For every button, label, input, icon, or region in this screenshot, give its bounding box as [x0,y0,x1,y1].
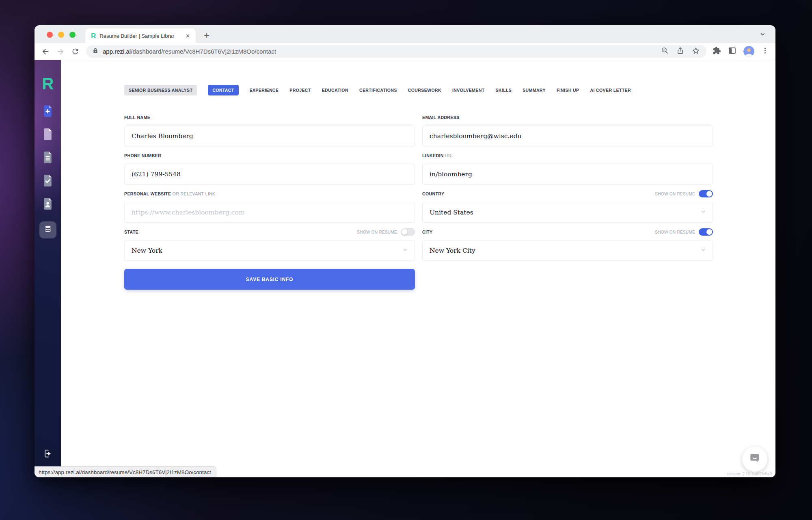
tab-close-icon[interactable]: ✕ [184,32,192,40]
contact-form: FULL NAME EMAIL ADDRESS PHONE NUMBER LIN… [124,115,713,290]
tab-title: Resume Builder | Sample Librar [99,33,184,39]
sidebar-item-credits[interactable] [39,221,56,238]
url-bar[interactable]: app.rezi.ai/dashboard/resume/Vc8H7Ds6T6V… [86,45,706,58]
menu-kebab-icon[interactable] [761,47,769,56]
url-text: app.rezi.ai/dashboard/resume/Vc8H7Ds6T6V… [103,48,276,55]
profile-avatar[interactable] [743,46,754,57]
document-person-icon [43,198,53,211]
nav-certifications[interactable]: CERTIFICATIONS [359,88,397,93]
field-phone: PHONE NUMBER [124,153,415,184]
credits-coins-icon [43,225,52,235]
nav-skills[interactable]: SKILLS [495,88,512,93]
minimize-window-button[interactable] [58,32,64,38]
logout-icon [43,453,53,460]
nav-involvement[interactable]: INVOLVEMENT [452,88,484,93]
app-version: version: 2.10.3-a92fa6a9 [727,472,772,476]
forward-icon[interactable] [56,47,65,56]
url-host: app.rezi.ai [103,48,131,55]
chevron-down-icon [402,247,408,254]
email-label: EMAIL ADDRESS [422,115,460,120]
main-content: SENIOR BUSINESS ANALYST CONTACT EXPERIEN… [61,60,775,477]
rezi-favicon: R [91,32,96,39]
browser-tab[interactable]: R Resume Builder | Sample Librar ✕ [85,28,196,43]
field-city: CITY SHOW ON RESUME New York City [422,229,713,261]
side-panel-icon[interactable] [728,46,736,56]
website-input[interactable] [132,209,408,216]
rezi-app: R [35,60,775,477]
nav-contact[interactable]: CONTACT [208,85,238,95]
city-label: CITY [422,230,433,234]
state-select[interactable]: New York [124,240,415,261]
chevron-down-icon [700,209,706,216]
nav-resume-name[interactable]: SENIOR BUSINESS ANALYST [124,85,197,95]
city-show-on-resume-label: SHOW ON RESUME [655,230,695,234]
nav-summary[interactable]: SUMMARY [523,88,546,93]
nav-experience[interactable]: EXPERIENCE [250,88,279,93]
support-chat-button[interactable] [742,446,767,472]
state-show-on-resume-label: SHOW ON RESUME [357,230,397,234]
sidebar-item-blank-document[interactable] [43,129,53,141]
reload-icon[interactable] [71,47,80,56]
country-show-on-resume-label: SHOW ON RESUME [655,192,695,196]
field-full-name: FULL NAME [124,115,415,146]
chevron-down-icon [700,247,706,254]
save-basic-info-button[interactable]: SAVE BASIC INFO [124,269,415,290]
traffic-lights [47,32,76,38]
bookmark-star-icon[interactable] [692,47,700,56]
zoom-window-button[interactable] [69,32,76,38]
city-select[interactable]: New York City [422,240,713,261]
field-email: EMAIL ADDRESS [422,115,713,146]
share-icon[interactable] [676,47,684,56]
linkedin-input[interactable] [430,171,706,178]
document-lines-icon [43,152,53,165]
toolbar-right-icons [713,46,769,57]
sidebar-item-document-lines[interactable] [43,152,53,164]
nav-education[interactable]: EDUCATION [322,88,348,93]
status-link-preview: https://app.rezi.ai/dashboard/resume/Vc8… [35,466,216,477]
field-state: STATE SHOW ON RESUME New York [124,229,415,261]
browser-toolbar: app.rezi.ai/dashboard/resume/Vc8H7Ds6T6V… [35,43,775,60]
sidebar-item-document-check[interactable] [43,175,53,187]
linkedin-label: LINKEDIN URL [422,153,454,158]
url-path: /dashboard/resume/Vc8H7Ds6T6Vj2I1zM8Oo/c… [131,48,276,55]
app-sidebar: R [35,60,61,477]
full-name-input[interactable] [132,132,408,140]
field-country: COUNTRY SHOW ON RESUME United States [422,191,713,223]
country-show-toggle[interactable] [699,190,713,197]
sidebar-item-new-resume[interactable] [43,106,53,118]
field-website: PERSONAL WEBSITE OR RELEVANT LINK [124,191,415,223]
back-icon[interactable] [41,47,50,56]
phone-label: PHONE NUMBER [124,153,161,158]
new-tab-button[interactable]: + [204,29,209,41]
website-label: PERSONAL WEBSITE OR RELEVANT LINK [124,191,215,196]
country-label: COUNTRY [422,191,444,196]
zoom-out-icon[interactable] [661,47,669,56]
city-show-toggle[interactable] [699,228,713,236]
email-input[interactable] [430,132,706,140]
tab-overflow-chevron-icon[interactable] [760,31,766,39]
field-linkedin: LINKEDIN URL [422,153,713,184]
nav-project[interactable]: PROJECT [289,88,311,93]
state-show-toggle[interactable] [401,228,415,236]
phone-input[interactable] [132,171,408,178]
rezi-logo: R [42,76,54,92]
sidebar-item-logout[interactable] [43,448,53,460]
lock-icon [93,48,98,55]
blank-document-icon [43,128,53,142]
url-bar-actions [661,47,700,56]
section-nav: SENIOR BUSINESS ANALYST CONTACT EXPERIEN… [124,85,713,95]
chat-bubble-icon [749,452,761,466]
nav-finish-up[interactable]: FINISH UP [557,88,579,93]
nav-coursework[interactable]: COURSEWORK [408,88,441,93]
document-check-icon [43,175,53,188]
extensions-puzzle-icon[interactable] [713,46,721,56]
state-label: STATE [124,230,138,234]
country-select[interactable]: United States [422,202,713,223]
browser-window: R Resume Builder | Sample Librar ✕ + app… [35,25,775,477]
new-resume-icon [43,105,53,119]
close-window-button[interactable] [47,32,53,38]
sidebar-item-document-person[interactable] [43,198,53,210]
tab-strip: R Resume Builder | Sample Librar ✕ + [35,25,775,43]
nav-ai-cover-letter[interactable]: AI COVER LETTER [590,88,631,93]
full-name-label: FULL NAME [124,115,150,120]
